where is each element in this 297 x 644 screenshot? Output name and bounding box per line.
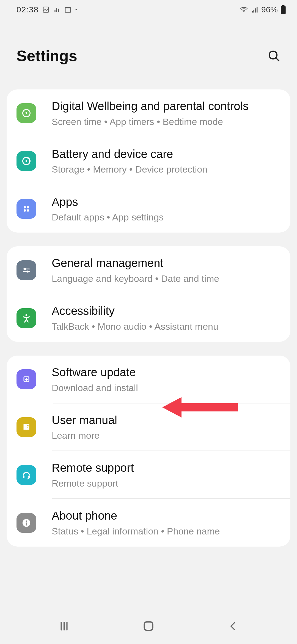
row-title: User manual [52,413,280,428]
row-sub: Learn more [52,429,280,441]
page-header: Settings [0,19,297,89]
svg-rect-10 [257,7,258,13]
recents-button[interactable] [57,619,71,633]
svg-point-20 [24,209,26,212]
svg-rect-0 [43,7,49,12]
apps-icon [16,199,36,219]
svg-rect-1 [54,10,55,12]
row-text: User manual Learn more [52,413,280,442]
row-text: General management Language and keyboard… [52,256,280,285]
row-text: Digital Wellbeing and parental controls … [52,99,280,128]
info-icon [16,513,36,533]
row-sub: Remote support [52,477,280,489]
row-sub: Default apps • App settings [52,211,280,223]
svg-text:?: ? [27,425,29,429]
row-sub: Language and keyboard • Date and time [52,272,280,285]
row-sub: Download and install [52,382,280,394]
svg-rect-2 [56,8,57,12]
battery-icon [280,5,286,14]
image-icon [42,6,50,13]
settings-group: Software update Download and install ? U… [7,356,290,547]
update-icon [16,369,36,389]
row-battery-care[interactable]: Battery and device care Storage • Memory… [7,137,290,185]
navigation-bar [0,608,297,644]
wifi-icon [240,6,248,14]
search-icon [267,49,280,62]
svg-point-19 [27,206,29,209]
row-sub: Status • Legal information • Phone name [52,525,280,537]
back-button[interactable] [226,619,240,633]
more-dot-icon: • [75,7,77,13]
svg-rect-33 [26,522,27,525]
settings-group: General management Language and keyboard… [7,246,290,342]
row-title: Software update [52,365,280,380]
accessibility-icon [16,308,36,328]
sliders-icon [16,260,36,280]
settings-group: Digital Wellbeing and parental controls … [7,89,290,233]
row-text: Accessibility TalkBack • Mono audio • As… [52,304,280,332]
row-general-management[interactable]: General management Language and keyboard… [7,246,290,294]
status-left: 02:38 • [16,5,77,14]
row-sub: Storage • Memory • Device protection [52,163,280,175]
chart-icon [53,6,61,13]
home-icon [142,620,155,632]
svg-point-17 [26,160,28,162]
row-apps[interactable]: Apps Default apps • App settings [7,185,290,233]
manual-icon: ? [16,417,36,437]
svg-point-6 [243,11,244,12]
svg-line-14 [276,58,279,61]
row-title: Battery and device care [52,147,280,162]
status-right: 96% [240,5,286,14]
search-button[interactable] [267,49,280,62]
svg-rect-8 [253,10,254,13]
svg-rect-30 [28,475,30,478]
row-text: Battery and device care Storage • Memory… [52,147,280,176]
status-bar: 02:38 • 96% [0,0,297,19]
row-about-phone[interactable]: About phone Status • Legal information •… [7,499,290,547]
row-text: About phone Status • Legal information •… [52,508,280,537]
row-title: Apps [52,195,280,210]
svg-rect-9 [255,8,256,12]
svg-point-32 [26,520,27,522]
svg-rect-4 [65,7,71,12]
row-user-manual[interactable]: ? User manual Learn more [7,403,290,451]
row-software-update[interactable]: Software update Download and install [7,356,290,403]
row-title: Accessibility [52,304,280,319]
row-text: Software update Download and install [52,365,280,394]
battery-care-icon [16,151,36,171]
svg-rect-3 [58,9,59,12]
home-button[interactable] [142,619,155,633]
row-sub: TalkBack • Mono audio • Assistant menu [52,320,280,332]
row-remote-support[interactable]: Remote support Remote support [7,451,290,499]
svg-point-18 [24,206,26,209]
row-title: Remote support [52,460,280,476]
page-title: Settings [16,47,77,65]
row-sub: Screen time • App timers • Bedtime mode [52,116,280,128]
row-digital-wellbeing[interactable]: Digital Wellbeing and parental controls … [7,89,290,137]
headset-icon [16,465,36,485]
back-icon [227,620,239,632]
row-title: Digital Wellbeing and parental controls [52,99,280,114]
row-accessibility[interactable]: Accessibility TalkBack • Mono audio • As… [7,294,290,342]
svg-rect-38 [144,622,153,631]
svg-point-25 [27,271,29,272]
row-title: About phone [52,508,280,523]
svg-point-26 [26,314,28,316]
svg-rect-11 [282,5,285,6]
recents-icon [58,620,70,632]
row-title: General management [52,256,280,271]
battery-text: 96% [261,5,278,14]
row-text: Apps Default apps • App settings [52,195,280,223]
svg-rect-29 [23,475,24,478]
status-time: 02:38 [16,5,38,14]
svg-rect-12 [281,6,285,14]
row-text: Remote support Remote support [52,460,280,489]
wellbeing-icon [16,103,36,123]
signal-icon [251,6,258,13]
calendar-icon [64,6,72,13]
svg-point-21 [27,209,29,212]
svg-point-23 [24,268,26,270]
svg-rect-7 [252,11,253,13]
